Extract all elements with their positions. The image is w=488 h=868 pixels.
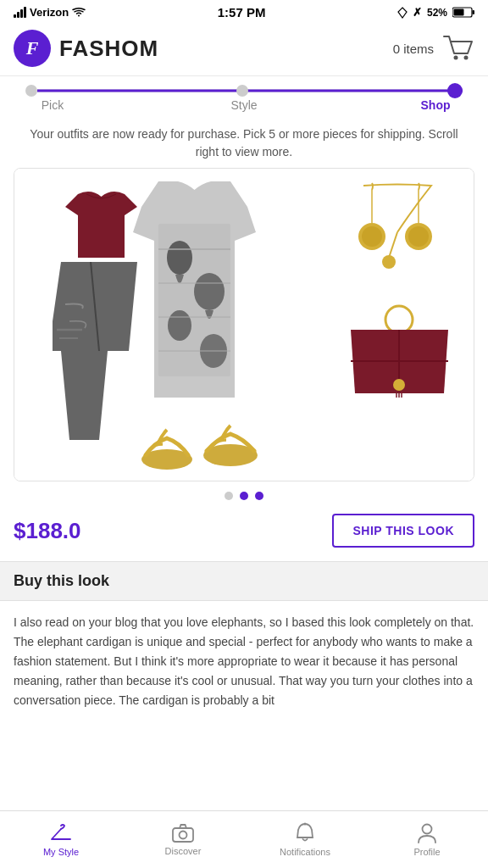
hanger-icon — [50, 822, 72, 844]
step-label-1[interactable]: Style — [219, 98, 269, 112]
outfit-price: $188.0 — [14, 518, 81, 544]
status-right: ✗ 52% — [397, 6, 474, 19]
svg-point-30 — [423, 825, 432, 834]
price-ship-row: $188.0 SHIP THIS LOOK — [0, 507, 488, 561]
signal-icon — [14, 7, 26, 18]
svg-point-14 — [382, 255, 396, 269]
nav-label-discover: Discover — [165, 846, 202, 856]
buy-look-header: Buy this look — [0, 561, 488, 601]
status-carrier: Verizon — [14, 6, 86, 19]
status-time: 1:57 PM — [218, 5, 266, 19]
cart-count: 0 items — [393, 42, 434, 56]
svg-point-24 — [393, 379, 405, 391]
nav-item-profile[interactable]: Profile — [366, 811, 488, 868]
bluetooth-icon: ✗ — [413, 6, 422, 19]
ship-look-button[interactable]: SHIP THIS LOOK — [332, 514, 474, 548]
svg-point-6 — [167, 241, 192, 275]
progress-dots — [25, 83, 463, 98]
step-dot-2[interactable] — [447, 83, 463, 98]
svg-point-4 — [464, 56, 469, 60]
progress-steps: Pick Style Shop — [0, 76, 488, 115]
svg-point-28 — [180, 832, 187, 839]
logo-area: F FASHOM — [14, 30, 158, 67]
app-name: FASHOM — [59, 36, 158, 62]
carousel-dots — [0, 481, 488, 507]
progress-labels: Pick Style Shop — [25, 98, 463, 112]
svg-point-21 — [385, 306, 413, 333]
camera-icon — [172, 823, 194, 843]
step-label-2[interactable]: Shop — [410, 98, 461, 112]
dot-1[interactable] — [240, 492, 248, 500]
notification-icon — [295, 822, 315, 844]
wifi-icon — [72, 8, 86, 18]
bag-item — [347, 304, 452, 398]
subtitle-text: Your outfits are now ready for purchase.… — [0, 115, 488, 168]
earrings-item — [355, 181, 440, 275]
battery-percent: 52% — [427, 7, 447, 19]
tshirt-item — [61, 190, 141, 262]
svg-point-16 — [362, 226, 382, 247]
nav-label-my-style: My Style — [43, 847, 79, 857]
step-dot-0[interactable] — [25, 85, 37, 97]
battery-icon — [452, 7, 474, 18]
progress-track — [25, 88, 463, 93]
outfit-scene — [14, 169, 474, 481]
dot-2[interactable] — [255, 492, 263, 500]
outfit-carousel[interactable] — [0, 168, 488, 481]
location-icon — [397, 7, 408, 19]
svg-point-3 — [454, 56, 458, 60]
app-header: F FASHOM 0 items — [0, 23, 488, 76]
dot-0[interactable] — [225, 492, 233, 500]
nav-item-discover[interactable]: Discover — [122, 811, 244, 868]
svg-point-18 — [408, 226, 429, 247]
outfit-card — [14, 168, 474, 481]
cart-icon[interactable] — [442, 35, 474, 62]
svg-rect-1 — [472, 10, 474, 14]
jeans-item — [53, 262, 146, 440]
nav-label-notifications: Notifications — [280, 847, 330, 857]
svg-rect-2 — [453, 9, 463, 16]
svg-rect-27 — [173, 828, 193, 842]
sandals-item — [137, 400, 264, 476]
nav-item-notifications[interactable]: Notifications — [244, 811, 366, 868]
buy-look-description: I also read on your blog that you love e… — [14, 613, 474, 710]
logo-icon: F — [14, 30, 51, 67]
cardigan-item — [133, 181, 256, 402]
nav-label-profile: Profile — [413, 847, 440, 857]
nav-item-my-style[interactable]: My Style — [0, 811, 122, 868]
bottom-nav: My Style Discover Notifications — [0, 810, 488, 868]
step-dot-1[interactable] — [236, 85, 248, 97]
svg-point-8 — [168, 310, 191, 341]
svg-point-7 — [194, 273, 225, 310]
svg-point-29 — [304, 823, 307, 826]
step-label-0[interactable]: Pick — [27, 98, 78, 112]
cart-area[interactable]: 0 items — [393, 35, 474, 62]
status-bar: Verizon 1:57 PM ✗ 52% — [0, 0, 488, 23]
buy-look-body: I also read on your blog that you love e… — [0, 601, 488, 722]
profile-icon — [417, 822, 437, 844]
buy-look-title: Buy this look — [14, 572, 474, 590]
